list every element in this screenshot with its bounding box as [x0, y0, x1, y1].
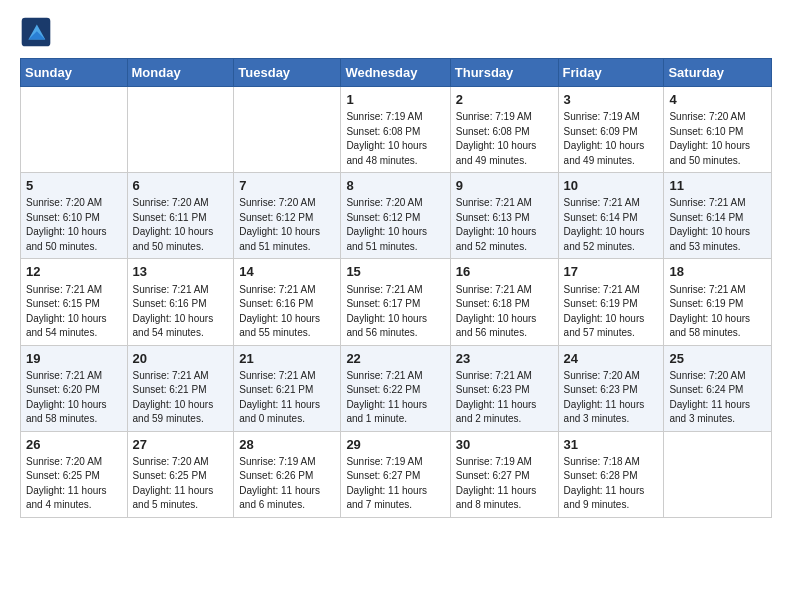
- day-info: Sunrise: 7:20 AM Sunset: 6:25 PM Dayligh…: [26, 455, 122, 513]
- day-number: 12: [26, 263, 122, 281]
- day-number: 23: [456, 350, 553, 368]
- day-number: 6: [133, 177, 229, 195]
- day-number: 20: [133, 350, 229, 368]
- day-number: 16: [456, 263, 553, 281]
- calendar-day-cell: 15Sunrise: 7:21 AM Sunset: 6:17 PM Dayli…: [341, 259, 450, 345]
- calendar-day-cell: [127, 87, 234, 173]
- calendar-header-row: SundayMondayTuesdayWednesdayThursdayFrid…: [21, 59, 772, 87]
- day-info: Sunrise: 7:21 AM Sunset: 6:21 PM Dayligh…: [239, 369, 335, 427]
- header: [20, 16, 772, 48]
- day-number: 8: [346, 177, 444, 195]
- calendar-day-cell: 20Sunrise: 7:21 AM Sunset: 6:21 PM Dayli…: [127, 345, 234, 431]
- day-info: Sunrise: 7:21 AM Sunset: 6:22 PM Dayligh…: [346, 369, 444, 427]
- day-info: Sunrise: 7:21 AM Sunset: 6:18 PM Dayligh…: [456, 283, 553, 341]
- calendar-day-cell: 1Sunrise: 7:19 AM Sunset: 6:08 PM Daylig…: [341, 87, 450, 173]
- day-info: Sunrise: 7:21 AM Sunset: 6:23 PM Dayligh…: [456, 369, 553, 427]
- day-info: Sunrise: 7:21 AM Sunset: 6:15 PM Dayligh…: [26, 283, 122, 341]
- day-info: Sunrise: 7:21 AM Sunset: 6:16 PM Dayligh…: [133, 283, 229, 341]
- calendar-day-cell: 17Sunrise: 7:21 AM Sunset: 6:19 PM Dayli…: [558, 259, 664, 345]
- day-info: Sunrise: 7:21 AM Sunset: 6:16 PM Dayligh…: [239, 283, 335, 341]
- calendar-header-sunday: Sunday: [21, 59, 128, 87]
- day-number: 7: [239, 177, 335, 195]
- calendar-day-cell: 31Sunrise: 7:18 AM Sunset: 6:28 PM Dayli…: [558, 431, 664, 517]
- calendar-day-cell: 18Sunrise: 7:21 AM Sunset: 6:19 PM Dayli…: [664, 259, 772, 345]
- calendar-day-cell: 6Sunrise: 7:20 AM Sunset: 6:11 PM Daylig…: [127, 173, 234, 259]
- day-number: 10: [564, 177, 659, 195]
- day-number: 27: [133, 436, 229, 454]
- calendar-day-cell: 4Sunrise: 7:20 AM Sunset: 6:10 PM Daylig…: [664, 87, 772, 173]
- calendar-day-cell: [234, 87, 341, 173]
- calendar-day-cell: 29Sunrise: 7:19 AM Sunset: 6:27 PM Dayli…: [341, 431, 450, 517]
- day-info: Sunrise: 7:19 AM Sunset: 6:08 PM Dayligh…: [456, 110, 553, 168]
- day-number: 29: [346, 436, 444, 454]
- day-number: 3: [564, 91, 659, 109]
- calendar-day-cell: 16Sunrise: 7:21 AM Sunset: 6:18 PM Dayli…: [450, 259, 558, 345]
- calendar-day-cell: 27Sunrise: 7:20 AM Sunset: 6:25 PM Dayli…: [127, 431, 234, 517]
- day-info: Sunrise: 7:21 AM Sunset: 6:13 PM Dayligh…: [456, 196, 553, 254]
- day-number: 1: [346, 91, 444, 109]
- day-info: Sunrise: 7:20 AM Sunset: 6:10 PM Dayligh…: [26, 196, 122, 254]
- day-info: Sunrise: 7:20 AM Sunset: 6:23 PM Dayligh…: [564, 369, 659, 427]
- calendar-day-cell: 22Sunrise: 7:21 AM Sunset: 6:22 PM Dayli…: [341, 345, 450, 431]
- calendar-day-cell: 14Sunrise: 7:21 AM Sunset: 6:16 PM Dayli…: [234, 259, 341, 345]
- day-number: 17: [564, 263, 659, 281]
- day-number: 22: [346, 350, 444, 368]
- calendar-day-cell: 28Sunrise: 7:19 AM Sunset: 6:26 PM Dayli…: [234, 431, 341, 517]
- calendar-day-cell: 19Sunrise: 7:21 AM Sunset: 6:20 PM Dayli…: [21, 345, 128, 431]
- day-number: 21: [239, 350, 335, 368]
- calendar-week-row: 12Sunrise: 7:21 AM Sunset: 6:15 PM Dayli…: [21, 259, 772, 345]
- calendar-header-monday: Monday: [127, 59, 234, 87]
- day-number: 28: [239, 436, 335, 454]
- day-number: 25: [669, 350, 766, 368]
- calendar-header-saturday: Saturday: [664, 59, 772, 87]
- day-number: 30: [456, 436, 553, 454]
- calendar-day-cell: 2Sunrise: 7:19 AM Sunset: 6:08 PM Daylig…: [450, 87, 558, 173]
- day-number: 31: [564, 436, 659, 454]
- calendar-day-cell: 7Sunrise: 7:20 AM Sunset: 6:12 PM Daylig…: [234, 173, 341, 259]
- calendar-day-cell: 3Sunrise: 7:19 AM Sunset: 6:09 PM Daylig…: [558, 87, 664, 173]
- day-info: Sunrise: 7:19 AM Sunset: 6:27 PM Dayligh…: [456, 455, 553, 513]
- day-info: Sunrise: 7:20 AM Sunset: 6:24 PM Dayligh…: [669, 369, 766, 427]
- calendar-day-cell: 11Sunrise: 7:21 AM Sunset: 6:14 PM Dayli…: [664, 173, 772, 259]
- calendar-day-cell: [21, 87, 128, 173]
- calendar-day-cell: 5Sunrise: 7:20 AM Sunset: 6:10 PM Daylig…: [21, 173, 128, 259]
- day-info: Sunrise: 7:21 AM Sunset: 6:17 PM Dayligh…: [346, 283, 444, 341]
- calendar-week-row: 19Sunrise: 7:21 AM Sunset: 6:20 PM Dayli…: [21, 345, 772, 431]
- day-info: Sunrise: 7:20 AM Sunset: 6:25 PM Dayligh…: [133, 455, 229, 513]
- calendar-day-cell: 9Sunrise: 7:21 AM Sunset: 6:13 PM Daylig…: [450, 173, 558, 259]
- calendar-day-cell: 8Sunrise: 7:20 AM Sunset: 6:12 PM Daylig…: [341, 173, 450, 259]
- calendar-week-row: 1Sunrise: 7:19 AM Sunset: 6:08 PM Daylig…: [21, 87, 772, 173]
- calendar-day-cell: 21Sunrise: 7:21 AM Sunset: 6:21 PM Dayli…: [234, 345, 341, 431]
- day-number: 13: [133, 263, 229, 281]
- day-info: Sunrise: 7:18 AM Sunset: 6:28 PM Dayligh…: [564, 455, 659, 513]
- day-info: Sunrise: 7:20 AM Sunset: 6:12 PM Dayligh…: [239, 196, 335, 254]
- day-number: 19: [26, 350, 122, 368]
- day-info: Sunrise: 7:20 AM Sunset: 6:11 PM Dayligh…: [133, 196, 229, 254]
- day-info: Sunrise: 7:21 AM Sunset: 6:19 PM Dayligh…: [669, 283, 766, 341]
- calendar-day-cell: 26Sunrise: 7:20 AM Sunset: 6:25 PM Dayli…: [21, 431, 128, 517]
- calendar-day-cell: 10Sunrise: 7:21 AM Sunset: 6:14 PM Dayli…: [558, 173, 664, 259]
- calendar-day-cell: 12Sunrise: 7:21 AM Sunset: 6:15 PM Dayli…: [21, 259, 128, 345]
- day-number: 26: [26, 436, 122, 454]
- day-number: 4: [669, 91, 766, 109]
- day-info: Sunrise: 7:21 AM Sunset: 6:21 PM Dayligh…: [133, 369, 229, 427]
- day-info: Sunrise: 7:19 AM Sunset: 6:26 PM Dayligh…: [239, 455, 335, 513]
- logo: [20, 16, 56, 48]
- calendar-header-wednesday: Wednesday: [341, 59, 450, 87]
- day-number: 18: [669, 263, 766, 281]
- day-number: 5: [26, 177, 122, 195]
- day-number: 24: [564, 350, 659, 368]
- day-info: Sunrise: 7:19 AM Sunset: 6:27 PM Dayligh…: [346, 455, 444, 513]
- day-number: 2: [456, 91, 553, 109]
- day-number: 9: [456, 177, 553, 195]
- calendar-day-cell: 24Sunrise: 7:20 AM Sunset: 6:23 PM Dayli…: [558, 345, 664, 431]
- calendar-header-tuesday: Tuesday: [234, 59, 341, 87]
- calendar-day-cell: [664, 431, 772, 517]
- calendar-day-cell: 13Sunrise: 7:21 AM Sunset: 6:16 PM Dayli…: [127, 259, 234, 345]
- calendar-header-thursday: Thursday: [450, 59, 558, 87]
- day-number: 14: [239, 263, 335, 281]
- calendar-header-friday: Friday: [558, 59, 664, 87]
- day-info: Sunrise: 7:21 AM Sunset: 6:14 PM Dayligh…: [669, 196, 766, 254]
- day-number: 15: [346, 263, 444, 281]
- day-info: Sunrise: 7:19 AM Sunset: 6:08 PM Dayligh…: [346, 110, 444, 168]
